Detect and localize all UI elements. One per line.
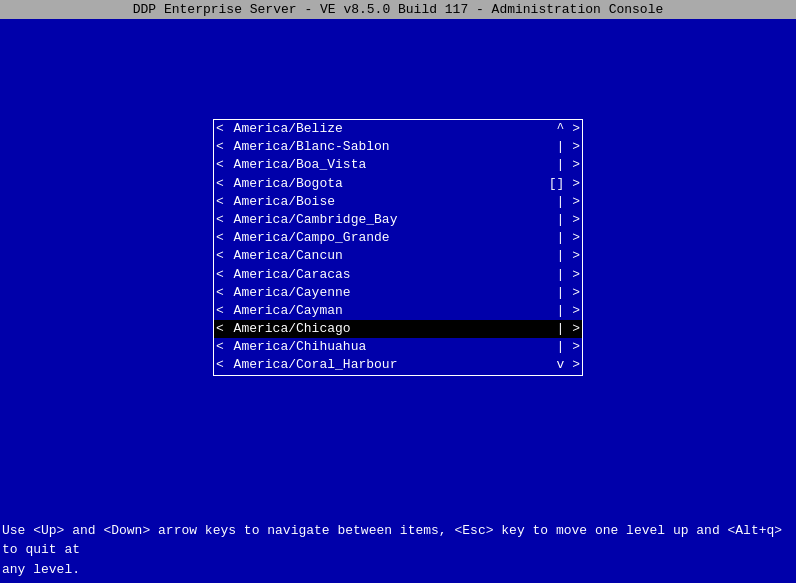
list-item-scroll: | > <box>557 266 580 284</box>
title-bar: DDP Enterprise Server - VE v8.5.0 Build … <box>0 0 796 19</box>
list-item-text: America/Cayenne <box>234 284 557 302</box>
list-item[interactable]: < America/Cayman| > <box>214 302 582 320</box>
list-item-scroll: | > <box>557 284 580 302</box>
list-item-prefix: < <box>216 193 232 211</box>
list-item[interactable]: < America/Cancun| > <box>214 247 582 265</box>
list-item-prefix: < <box>216 266 232 284</box>
list-item-prefix: < <box>216 302 232 320</box>
list-item-scroll: | > <box>557 193 580 211</box>
main-container: < America/Belize^ >< America/Blanc-Sablo… <box>0 19 796 376</box>
list-item-scroll: | > <box>557 302 580 320</box>
list-item-prefix: < <box>216 211 232 229</box>
list-item-prefix: < <box>216 356 232 374</box>
list-item-prefix: < <box>216 120 232 138</box>
list-item[interactable]: < America/Boise| > <box>214 193 582 211</box>
list-item-text: America/Caracas <box>234 266 557 284</box>
list-item-text: America/Boise <box>234 193 557 211</box>
list-item-text: America/Campo_Grande <box>234 229 557 247</box>
status-line1: Use <Up> and <Down> arrow keys to naviga… <box>2 521 792 560</box>
list-item-text: America/Chicago <box>234 320 557 338</box>
list-item-scroll: | > <box>557 320 580 338</box>
list-item-text: America/Bogota <box>234 175 549 193</box>
title-text: DDP Enterprise Server - VE v8.5.0 Build … <box>133 2 664 17</box>
list-item-scroll: | > <box>557 156 580 174</box>
list-item-prefix: < <box>216 247 232 265</box>
status-line2: any level. <box>2 560 792 580</box>
list-item-prefix: < <box>216 229 232 247</box>
list-item-scroll: | > <box>557 338 580 356</box>
list-item[interactable]: < America/Coral_Harbourv > <box>214 356 582 374</box>
list-item-text: America/Boa_Vista <box>234 156 557 174</box>
list-item-text: America/Cayman <box>234 302 557 320</box>
list-item[interactable]: < America/Campo_Grande| > <box>214 229 582 247</box>
list-item-prefix: < <box>216 284 232 302</box>
list-item[interactable]: < America/Blanc-Sablon| > <box>214 138 582 156</box>
list-item[interactable]: < America/Boa_Vista| > <box>214 156 582 174</box>
list-item[interactable]: < America/Cayenne| > <box>214 284 582 302</box>
list-box[interactable]: < America/Belize^ >< America/Blanc-Sablo… <box>213 119 583 376</box>
list-item-text: America/Cancun <box>234 247 557 265</box>
list-item-scroll: | > <box>557 211 580 229</box>
list-item-scroll: v > <box>557 356 580 374</box>
list-item-scroll: | > <box>557 138 580 156</box>
list-item-prefix: < <box>216 320 232 338</box>
list-item-scroll: ^ > <box>557 120 580 138</box>
list-item[interactable]: < America/Chihuahua| > <box>214 338 582 356</box>
list-item-scroll: | > <box>557 229 580 247</box>
list-item-scroll: [] > <box>549 175 580 193</box>
list-item-scroll: | > <box>557 247 580 265</box>
list-item-text: America/Cambridge_Bay <box>234 211 557 229</box>
list-item[interactable]: < America/Chicago| > <box>214 320 582 338</box>
list-item-prefix: < <box>216 156 232 174</box>
list-item[interactable]: < America/Bogota[] > <box>214 175 582 193</box>
list-item-prefix: < <box>216 138 232 156</box>
list-item-prefix: < <box>216 175 232 193</box>
list-item-text: America/Coral_Harbour <box>234 356 557 374</box>
list-item[interactable]: < America/Belize^ > <box>214 120 582 138</box>
list-item-text: America/Belize <box>234 120 557 138</box>
list-item[interactable]: < America/Caracas| > <box>214 266 582 284</box>
status-bar: Use <Up> and <Down> arrow keys to naviga… <box>0 517 796 584</box>
list-item-text: America/Chihuahua <box>234 338 557 356</box>
list-item[interactable]: < America/Cambridge_Bay| > <box>214 211 582 229</box>
list-item-text: America/Blanc-Sablon <box>234 138 557 156</box>
list-item-prefix: < <box>216 338 232 356</box>
